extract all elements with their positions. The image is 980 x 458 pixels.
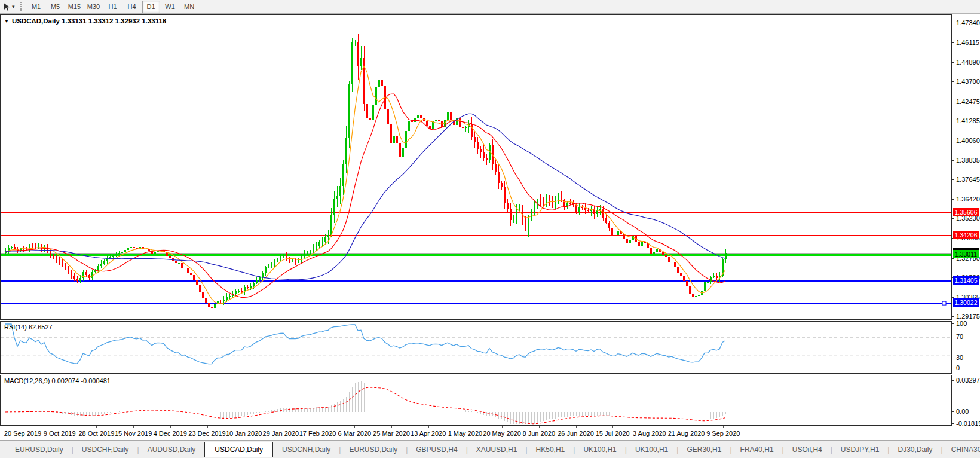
- axis-tick: [952, 160, 954, 161]
- date-label: 25 Mar 2020: [373, 430, 410, 437]
- tab-eurusd-daily[interactable]: EURUSD,Daily: [341, 441, 405, 458]
- date-tick: [207, 426, 208, 428]
- tab-dj30-daily[interactable]: DJ30,Daily: [890, 441, 940, 458]
- date-tick: [96, 426, 97, 428]
- date-tick: [576, 426, 577, 428]
- tab-usdjpy-h1[interactable]: USDJPY,H1: [833, 441, 887, 458]
- price-pane[interactable]: ▼USDCAD,Daily 1.33131 1.33312 1.32932 1.…: [0, 14, 952, 320]
- rsi-pane[interactable]: RSI(14) 62.6527: [0, 321, 952, 374]
- hline-price-chip[interactable]: 1.31405: [953, 276, 979, 285]
- axis-tick: [952, 218, 954, 219]
- tf-button-m5[interactable]: M5: [47, 1, 65, 13]
- date-label: 26 Jun 2020: [558, 430, 594, 437]
- tf-button-mn[interactable]: MN: [180, 1, 198, 13]
- rsi-label: RSI(14) 62.6527: [4, 323, 53, 331]
- date-label: 21 Aug 2020: [668, 430, 705, 437]
- axis-tick: [952, 380, 954, 381]
- axis-tick: [952, 358, 954, 358]
- date-label: 10 Jan 2020: [226, 430, 262, 437]
- date-label: 9 Oct 2019: [44, 430, 76, 437]
- tab-usoil-h4[interactable]: USOil,H4: [785, 441, 830, 458]
- date-label: 20 Sep 2019: [4, 430, 41, 437]
- tab-usdchf-daily[interactable]: USDCHF,Daily: [74, 441, 137, 458]
- date-tick: [133, 426, 134, 428]
- date-label: 6 Mar 2020: [338, 430, 371, 437]
- hline-price-chip[interactable]: 1.34206: [953, 231, 979, 239]
- price-tick-label: 1.47340: [956, 19, 980, 26]
- tab-uk100-h1[interactable]: UK100,H1: [575, 441, 624, 458]
- tab-fra40-h1[interactable]: FRA40,H1: [733, 441, 782, 458]
- tf-button-h4[interactable]: H4: [123, 1, 141, 13]
- axis-tick: [952, 81, 954, 82]
- price-tick-label: 1.38835: [956, 157, 980, 164]
- rsi-scale-label: 100: [956, 320, 967, 327]
- hline-price-chip[interactable]: 1.35606: [953, 208, 979, 216]
- macd-pane[interactable]: MACD(12,26,9) 0.002074 -0.000481: [0, 375, 952, 426]
- date-tick: [650, 426, 650, 428]
- date-tick: [612, 426, 613, 428]
- tab-xauusd-h1[interactable]: XAUUSD,H1: [468, 441, 525, 458]
- chart-cursor-icon[interactable]: [2, 2, 11, 11]
- tf-button-m15[interactable]: M15: [66, 1, 84, 13]
- tf-button-m1[interactable]: M1: [27, 1, 45, 13]
- candlestick-plot[interactable]: [1, 15, 951, 319]
- date-tick: [539, 426, 540, 428]
- hline-handle[interactable]: [942, 301, 946, 305]
- date-tick: [244, 426, 244, 428]
- price-tick-label: 1.46115: [956, 39, 979, 46]
- rsi-scale-label: 70: [956, 333, 963, 340]
- tab-gbpusd-h4[interactable]: GBPUSD,H4: [408, 441, 465, 458]
- tab-hk50-h1[interactable]: HK50,H1: [528, 441, 573, 458]
- tab-audusd-daily[interactable]: AUDUSD,Daily: [140, 441, 204, 458]
- tab-uk100-h1[interactable]: UK100,H1: [627, 441, 676, 458]
- ma-medium-line: [5, 94, 725, 297]
- price-tick-label: 1.41285: [956, 117, 980, 124]
- axis-tick: [952, 62, 954, 63]
- triangle-down-icon: ▼: [4, 19, 9, 24]
- hline-price-chip[interactable]: 1.33011: [953, 250, 979, 258]
- rsi-scale-label: 30: [956, 354, 963, 361]
- axis-tick: [952, 179, 954, 180]
- date-label: 4 Dec 2019: [154, 430, 187, 437]
- axis-tick: [952, 323, 954, 324]
- tab-eurusd-daily[interactable]: EURUSD,Daily: [7, 441, 71, 458]
- tab-usdcad-daily[interactable]: USDCAD,Daily: [204, 442, 273, 457]
- tab-usdcnh-daily[interactable]: USDCNH,Daily: [274, 441, 338, 458]
- price-tick-label: 1.40060: [956, 137, 980, 144]
- axis-tick: [952, 297, 954, 298]
- date-tick: [502, 426, 503, 428]
- tf-button-d1[interactable]: D1: [142, 1, 160, 13]
- date-label: 15 Jul 2020: [596, 430, 630, 437]
- tf-button-w1[interactable]: W1: [161, 1, 179, 13]
- axis-tick: [952, 199, 954, 200]
- date-tick: [23, 426, 23, 428]
- macd-plot: [1, 375, 951, 425]
- axis-tick: [952, 423, 954, 424]
- caret-down-icon[interactable]: ▾: [12, 4, 15, 10]
- price-tick-label: 1.44890: [956, 59, 980, 66]
- axis-tick: [952, 23, 954, 23]
- date-axis: 20 Sep 20199 Oct 201928 Oct 201915 Nov 2…: [0, 426, 952, 440]
- tf-button-m30[interactable]: M30: [85, 1, 103, 13]
- date-label: 3 Aug 2020: [633, 430, 666, 437]
- date-tick: [687, 426, 687, 428]
- hline-price-chip[interactable]: 1.30022: [953, 298, 979, 307]
- macd-label: MACD(12,26,9) 0.002074 -0.000481: [4, 377, 111, 384]
- date-label: 9 Sep 2020: [706, 430, 740, 437]
- date-tick: [281, 426, 281, 428]
- mt4-window: ▾ M1M5M15M30H1H4D1W1MN ▼USDCAD,Daily 1.3…: [0, 0, 980, 458]
- date-label: 1 May 2020: [448, 430, 482, 437]
- date-label: 13 Apr 2020: [411, 430, 446, 437]
- tf-button-h1[interactable]: H1: [104, 1, 122, 13]
- date-tick: [318, 426, 318, 428]
- date-label: 15 Nov 2019: [115, 430, 152, 437]
- macd-scale-label: 0.00: [956, 408, 969, 415]
- tab-ger30-h1[interactable]: GER30,H1: [679, 441, 729, 458]
- axis-tick: [952, 368, 954, 368]
- date-tick: [723, 426, 724, 428]
- price-tick-label: 1.37645: [956, 176, 980, 183]
- date-label: 28 Oct 2019: [78, 430, 114, 437]
- rsi-scale-label: 0: [956, 364, 960, 371]
- tab-china300-h1[interactable]: CHINA300,H1: [944, 441, 980, 458]
- date-tick: [354, 426, 355, 428]
